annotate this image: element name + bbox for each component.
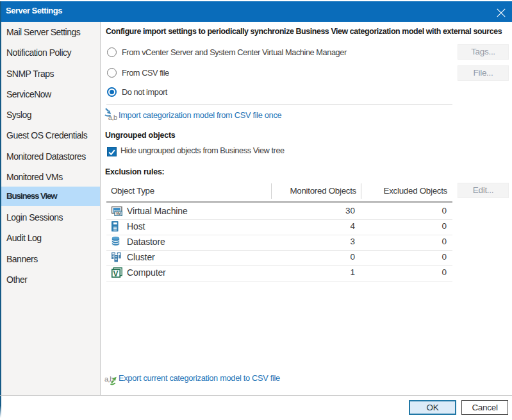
svg-text:VM: VM bbox=[116, 212, 120, 215]
svg-text:V: V bbox=[113, 269, 119, 278]
svg-text:a,b: a,b bbox=[108, 113, 117, 121]
